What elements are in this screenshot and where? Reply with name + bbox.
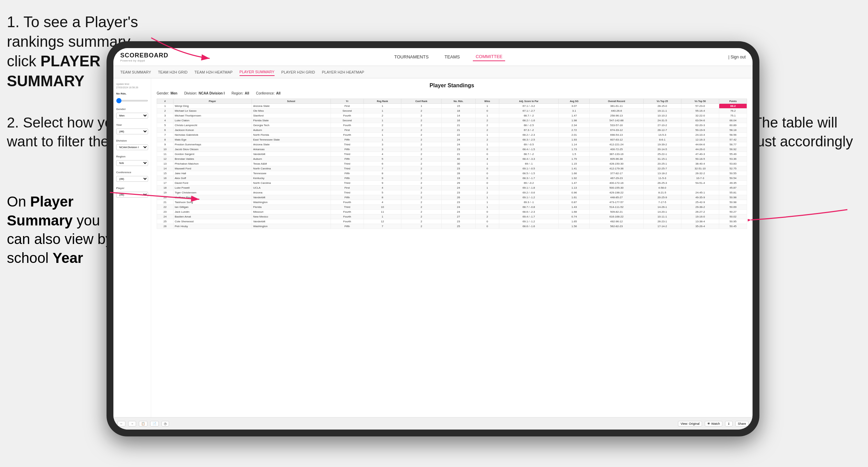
- sub-nav-team-summary[interactable]: TEAM SUMMARY: [120, 69, 151, 76]
- col-adj-score[interactable]: Adj. Score to Par: [499, 99, 559, 104]
- clock-btn[interactable]: ◷: [162, 421, 169, 426]
- table-row[interactable]: 26 Petr Hruby Washington Fifth 7 2 25 0 …: [157, 224, 747, 229]
- table-row[interactable]: 7 Nicholas Gabrielcik North Florida Four…: [157, 133, 747, 137]
- table-row[interactable]: 23 Jack Lundin Missouri Fourth 11 2 24 0…: [157, 210, 747, 214]
- header-right: | Sign out: [728, 55, 746, 59]
- col-reg-rank[interactable]: Reg Rank: [364, 99, 401, 104]
- col-rank[interactable]: #: [157, 99, 174, 104]
- sub-nav-player-h2h-heatmap[interactable]: PLAYER H2H HEATMAP: [322, 69, 364, 76]
- col-avg-sg[interactable]: Avg SG: [559, 99, 590, 104]
- table-row[interactable]: 12 Brendan Valdes Auburn Fifth 5 2 40 4 …: [157, 157, 747, 162]
- gender-select[interactable]: Men: [116, 113, 148, 119]
- table-row[interactable]: 17 David Ford North Carolina Third 9 2 2…: [157, 181, 747, 186]
- col-school[interactable]: School: [252, 99, 331, 104]
- paste-btn[interactable]: 📄: [150, 421, 159, 426]
- no-rds-label: No Rds.: [116, 92, 148, 95]
- filter-row: Gender: Men Division: NCAA Division I Re…: [157, 91, 747, 95]
- filter-division: Division: NCAA Division I: [184, 91, 225, 95]
- download-btn[interactable]: ⇓: [725, 421, 733, 426]
- table-row[interactable]: 19 Tiger Christensen Arizona Third 5 2 2…: [157, 190, 747, 195]
- col-no-rds[interactable]: No. Rds.: [442, 99, 476, 104]
- table-row[interactable]: 9 Preston Summerhays Arizona State Third…: [157, 142, 747, 147]
- annotation-bottom: On Player Summary you can also view by s…: [7, 192, 124, 267]
- table-row[interactable]: 5 Christo Lamprecht Georgia Tech Fourth …: [157, 123, 747, 128]
- table-row[interactable]: 1 Wenyi Ding Arizona State First 1 1 15 …: [157, 104, 747, 109]
- region-select[interactable]: N/A: [116, 160, 148, 166]
- arrow-to-year-filter: [107, 182, 203, 210]
- share-btn[interactable]: Share: [735, 421, 748, 426]
- table-row[interactable]: 8 Mats Ege East Tennessee State Fifth 1 …: [157, 137, 747, 142]
- nav-tournaments[interactable]: TOURNAMENTS: [391, 53, 431, 61]
- sidebar: Update time: 27/03/2024 16:56:26 No Rds.…: [113, 78, 151, 430]
- table-title: Player Standings: [157, 82, 747, 89]
- sub-nav-player-h2h-grid[interactable]: PLAYER H2H GRID: [281, 69, 315, 76]
- table-row[interactable]: 22 Ian Gilligan Florida Third 10 2 24 1 …: [157, 205, 747, 210]
- redo-btn[interactable]: →: [128, 421, 136, 426]
- no-rds-range-input[interactable]: [116, 100, 148, 101]
- arrow-to-table: [748, 199, 851, 227]
- table-row[interactable]: 15 Jake Hall Tennessee Fifth 8 2 28 0 68…: [157, 171, 747, 176]
- col-player[interactable]: Player: [173, 99, 252, 104]
- table-row[interactable]: 18 Luke Powell UCLA First 4 2 24 1 69.1 …: [157, 186, 747, 190]
- table-area: Player Standings Gender: Men Division: N…: [151, 78, 753, 430]
- table-row[interactable]: 3 Michael Thorbjornsen Stanford Fourth 2…: [157, 113, 747, 118]
- year-label: Year: [116, 123, 148, 126]
- col-yr[interactable]: Yr: [331, 99, 364, 104]
- conference-label: Conference: [116, 171, 148, 174]
- gender-label: Gender: [116, 108, 148, 111]
- table-row[interactable]: 13 Phichaksn Maichon Texas A&M Third 6 2…: [157, 162, 747, 166]
- tablet-device: SCOREBOARD Powered by dippd TOURNAMENTS …: [107, 41, 759, 436]
- player-standings-table: # Player School Yr Reg Rank Conf Rank No…: [157, 99, 747, 229]
- table-row[interactable]: 11 Gordon Sargent Vanderbilt Third 4 2 2…: [157, 152, 747, 157]
- sidebar-no-rds: No Rds.: [116, 92, 148, 103]
- arrow-to-player-summary: [148, 27, 216, 62]
- table-row[interactable]: 2 Michael Le Sasso Ole Miss Second 1 2 1…: [157, 109, 747, 113]
- tablet-screen: SCOREBOARD Powered by dippd TOURNAMENTS …: [113, 48, 753, 430]
- no-rds-slider[interactable]: [116, 97, 148, 103]
- nav-committee[interactable]: COMMITTEE: [473, 53, 505, 61]
- watch-btn[interactable]: 👁 Watch: [705, 421, 722, 426]
- update-time: Update time: 27/03/2024 16:56:26: [116, 82, 148, 89]
- col-overall[interactable]: Overall Record: [590, 99, 643, 104]
- filter-gender: Gender: Men: [157, 91, 177, 95]
- copy-btn[interactable]: 📋: [139, 421, 147, 426]
- table-row[interactable]: 25 Cole Sherwood Vanderbilt Fourth 12 2 …: [157, 219, 747, 224]
- year-select[interactable]: (All): [116, 129, 148, 134]
- col-points[interactable]: Points: [719, 99, 747, 104]
- sidebar-division: Division NCAA Division I: [116, 139, 148, 150]
- view-original-btn[interactable]: View: Original: [678, 421, 702, 426]
- col-vs50[interactable]: Vs Top 50: [681, 99, 719, 104]
- sign-out-link[interactable]: | Sign out: [728, 55, 746, 59]
- sub-nav-player-summary[interactable]: PLAYER SUMMARY: [240, 68, 275, 76]
- sidebar-year: Year (All): [116, 123, 148, 134]
- undo-btn[interactable]: ←: [118, 421, 125, 426]
- table-row[interactable]: 4 Luke Claton Florida State Second 1 2 1…: [157, 118, 747, 123]
- filter-region: Region: All: [232, 91, 249, 95]
- sub-nav-team-h2h-heatmap[interactable]: TEAM H2H HEATMAP: [194, 69, 233, 76]
- col-conf-rank[interactable]: Conf Rank: [401, 99, 442, 104]
- sub-nav: TEAM SUMMARY TEAM H2H GRID TEAM H2H HEAT…: [113, 66, 753, 78]
- table-row[interactable]: 10 Jacob Skov Olesen Arkansas Fifth 3 2 …: [157, 147, 747, 152]
- col-vs25[interactable]: Vs Top 25: [643, 99, 681, 104]
- sidebar-region: Region N/A: [116, 155, 148, 166]
- sidebar-conference: Conference (All): [116, 171, 148, 182]
- table-row[interactable]: 20 Matthew Riedel Vanderbilt Fifth 8 2 2…: [157, 195, 747, 200]
- table-row[interactable]: 21 Taishuon Song Washington Fourth 4 2 2…: [157, 200, 747, 205]
- table-row[interactable]: 16 Alex Goff Kentucky Fifth 9 2 19 0 68.…: [157, 176, 747, 181]
- sidebar-gender: Gender Men: [116, 108, 148, 119]
- table-row[interactable]: 6 Jackson Koivun Auburn First 2 2 21 2 6…: [157, 128, 747, 133]
- division-label: Division: [116, 139, 148, 142]
- conference-select[interactable]: (All): [116, 176, 148, 182]
- division-select[interactable]: NCAA Division I: [116, 144, 148, 150]
- main-content: Update time: 27/03/2024 16:56:26 No Rds.…: [113, 78, 753, 430]
- table-body: 1 Wenyi Ding Arizona State First 1 1 15 …: [157, 104, 747, 229]
- sub-nav-team-h2h-grid[interactable]: TEAM H2H GRID: [158, 69, 188, 76]
- filter-conference: Conference: All: [256, 91, 280, 95]
- nav-teams[interactable]: TEAMS: [442, 53, 463, 61]
- main-nav: TOURNAMENTS TEAMS COMMITTEE: [391, 53, 505, 61]
- col-wins[interactable]: Wins: [476, 99, 499, 104]
- table-row[interactable]: 24 Bastien Amat New Mexico Fourth 1 2 27…: [157, 214, 747, 219]
- table-header: # Player School Yr Reg Rank Conf Rank No…: [157, 99, 747, 104]
- table-row[interactable]: 14 Maxwell Ford North Carolina Third 7 2…: [157, 166, 747, 171]
- bottom-toolbar: ← → 📋 📄 ◷ View: Original 👁 Watch ⇓ Share: [113, 417, 753, 430]
